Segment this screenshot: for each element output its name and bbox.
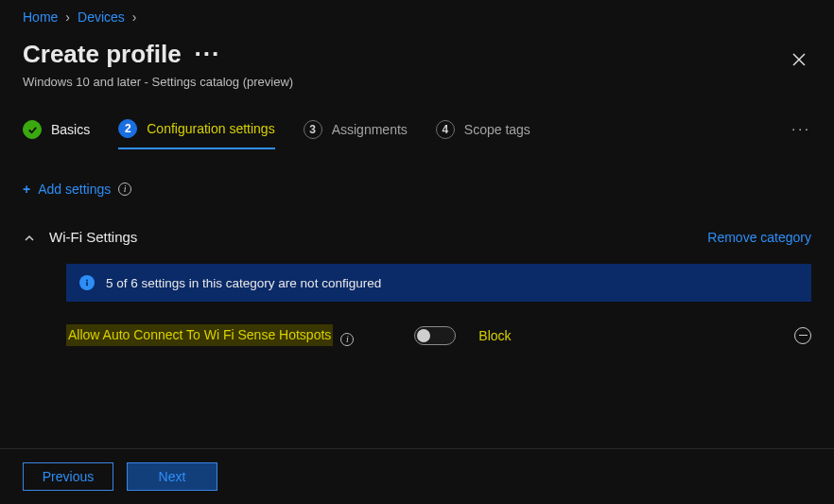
setting-label: Allow Auto Connect To Wi Fi Sense Hotspo… xyxy=(66,324,333,346)
minus-icon xyxy=(799,335,808,337)
add-settings-label: Add settings xyxy=(38,182,111,197)
step-number-icon: 3 xyxy=(304,120,322,139)
step-assignments[interactable]: 3 Assignments xyxy=(304,120,408,148)
step-label: Configuration settings xyxy=(147,121,274,136)
chevron-right-icon: › xyxy=(132,9,137,25)
page-subtitle: Windows 10 and later - Settings catalog … xyxy=(23,75,787,89)
step-configuration-settings[interactable]: 2 Configuration settings xyxy=(118,119,274,149)
toggle-knob-icon xyxy=(417,329,430,342)
category-title: Wi-Fi Settings xyxy=(49,229,137,245)
info-icon xyxy=(79,275,95,290)
wizard-stepper: Basics 2 Configuration settings 3 Assign… xyxy=(23,119,811,149)
step-number-icon: 2 xyxy=(118,119,137,138)
page-title: Create profile ··· xyxy=(23,40,220,69)
svg-rect-1 xyxy=(86,282,88,286)
title-context-menu[interactable]: ··· xyxy=(195,40,221,69)
info-banner-text: 5 of 6 settings in this category are not… xyxy=(106,276,381,290)
plus-icon: + xyxy=(23,182,30,197)
remove-setting-button[interactable] xyxy=(794,327,811,344)
wizard-footer: Previous Next xyxy=(0,448,834,504)
setting-value-label: Block xyxy=(478,328,511,343)
stepper-overflow-menu[interactable]: ··· xyxy=(791,121,811,136)
remove-category-link[interactable]: Remove category xyxy=(707,230,811,245)
chevron-right-icon: › xyxy=(65,9,70,25)
setting-row: Allow Auto Connect To Wi Fi Sense Hotspo… xyxy=(66,324,811,346)
breadcrumb-devices[interactable]: Devices xyxy=(78,9,125,25)
step-scope-tags[interactable]: 4 Scope tags xyxy=(436,120,530,148)
close-button[interactable] xyxy=(787,47,811,75)
step-label: Assignments xyxy=(332,122,408,137)
page-title-text: Create profile xyxy=(23,40,182,69)
step-label: Scope tags xyxy=(464,122,530,137)
setting-toggle[interactable] xyxy=(414,326,456,345)
next-button[interactable]: Next xyxy=(127,462,217,491)
svg-point-0 xyxy=(86,280,88,282)
category-wifi-settings: Wi-Fi Settings Remove category 5 of 6 se… xyxy=(23,229,811,346)
chevron-up-icon xyxy=(23,229,36,245)
category-info-banner: 5 of 6 settings in this category are not… xyxy=(66,264,811,302)
add-settings-button[interactable]: + Add settings i xyxy=(23,182,131,197)
previous-button[interactable]: Previous xyxy=(23,462,113,491)
breadcrumb: Home › Devices › xyxy=(23,9,811,25)
step-label: Basics xyxy=(51,122,90,137)
close-icon xyxy=(792,53,806,66)
step-number-icon: 4 xyxy=(436,120,455,139)
step-basics[interactable]: Basics xyxy=(23,120,90,148)
category-toggle[interactable]: Wi-Fi Settings xyxy=(23,229,137,245)
check-icon xyxy=(23,120,42,139)
info-icon[interactable]: i xyxy=(118,182,131,196)
breadcrumb-home[interactable]: Home xyxy=(23,9,58,25)
info-icon[interactable]: i xyxy=(340,333,354,346)
